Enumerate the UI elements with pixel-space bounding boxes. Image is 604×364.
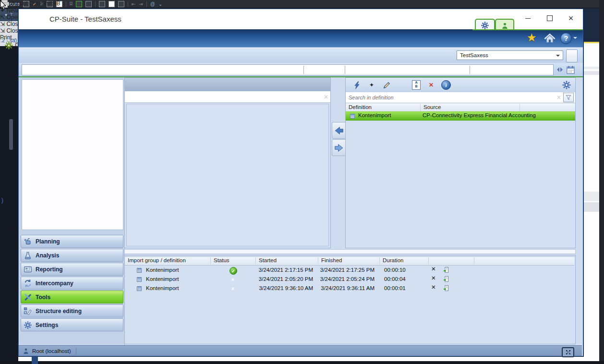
delete-run-button[interactable]: ✕ <box>431 266 436 272</box>
menu-item-log-out[interactable]: Log out Ctrl+Shift+B <box>0 0 84 7</box>
sidebar-item-tools[interactable]: Tools <box>21 291 123 303</box>
skin-settings-button[interactable] <box>4 42 15 49</box>
user-tasks-icon <box>501 22 508 29</box>
sidebar-item-planning[interactable]: Planning <box>21 235 123 248</box>
background-strip <box>582 202 599 212</box>
next-period-button[interactable] <box>560 67 565 72</box>
table-grid-icon <box>136 267 142 273</box>
overflow-icon: ⌄ <box>158 1 162 7</box>
period-selector-bar[interactable] <box>22 64 554 75</box>
copy-definition-button[interactable] <box>396 80 407 90</box>
open-log-button[interactable] <box>443 276 449 282</box>
sidebar-item-reporting[interactable]: Reporting <box>21 263 123 276</box>
log-document-icon <box>443 276 449 282</box>
workspace-selected-value: TestSaxess <box>460 52 488 58</box>
edit-definition-button[interactable] <box>381 80 392 90</box>
menu-item-label: Log out <box>8 0 27 7</box>
run-finished: 3/24/2021 9:36:11 AM <box>318 285 374 291</box>
workspace-document-button[interactable] <box>566 49 578 62</box>
column-header-started[interactable]: Started <box>255 257 277 264</box>
background-strip <box>582 71 599 75</box>
column-header-import-group[interactable]: Import group / definition <box>125 257 186 264</box>
toolbar-separator <box>128 1 128 7</box>
column-header-definition[interactable]: Definition <box>346 104 372 111</box>
help-button[interactable]: ? <box>560 33 572 44</box>
definition-search-input[interactable] <box>346 94 555 101</box>
import-groups-search-row: ✕ <box>125 91 330 103</box>
status-bar: Root (localhost) <box>19 345 582 356</box>
definition-info-button[interactable]: i <box>441 80 451 90</box>
calendar-icon[interactable] <box>566 65 575 74</box>
column-header-finished[interactable]: Finished <box>318 257 342 264</box>
execute-definition-button[interactable] <box>351 80 362 90</box>
sidebar-item-intercompany[interactable]: Intercompany <box>21 277 123 290</box>
toolbar-icon <box>99 1 105 7</box>
column-header-blank[interactable] <box>474 257 477 264</box>
connection-label: Root (localhost) <box>32 348 71 354</box>
column-header-blank[interactable] <box>519 104 576 111</box>
workspace-select[interactable]: TestSaxess <box>457 50 563 60</box>
gear-users-icon <box>481 21 489 30</box>
maximize-button[interactable] <box>541 12 558 24</box>
move-right-button[interactable] <box>332 139 346 156</box>
previous-period-button[interactable] <box>555 67 559 72</box>
delete-run-button[interactable]: ✕ <box>431 284 436 291</box>
open-log-button[interactable] <box>443 267 449 273</box>
run-row[interactable]: Kontenimport × 3/24/2021 9:36:10 AM 3/24… <box>125 284 574 293</box>
column-header-duration[interactable]: Duration <box>379 257 403 264</box>
arrow-right-icon <box>334 143 344 153</box>
sidebar-item-structure-editing[interactable]: Structure editing <box>21 304 123 317</box>
column-header-status[interactable]: Status <box>210 257 230 264</box>
open-log-button[interactable] <box>443 285 449 291</box>
background-scrollbar-thumb <box>9 119 13 150</box>
sidebar-item-analysis[interactable]: Analysis <box>21 249 123 262</box>
home-button[interactable] <box>544 33 556 44</box>
expand-icon <box>565 349 571 355</box>
close-button[interactable]: × <box>562 12 580 24</box>
expand-button[interactable] <box>562 347 574 357</box>
sidebar-item-label: Analysis <box>36 252 59 259</box>
run-started: 3/24/2021 2:05:20 PM <box>255 276 313 282</box>
chevron-down-icon <box>556 55 560 59</box>
filter-button[interactable] <box>563 93 574 102</box>
new-definition-button[interactable]: ✦ <box>366 80 377 90</box>
minimize-icon <box>525 18 531 19</box>
toolbar-icon: @ <box>150 1 155 7</box>
run-started: 3/24/2021 2:17:15 PM <box>255 267 313 273</box>
column-header-source[interactable]: Source <box>420 104 441 111</box>
clear-search-icon[interactable]: ✕ <box>322 94 330 100</box>
run-row[interactable]: Kontenimport ✓ 3/24/2021 2:17:15 PM 3/24… <box>125 266 574 275</box>
favorites-star-icon[interactable]: ★ <box>527 31 537 44</box>
module-tree-panel[interactable] <box>22 79 123 230</box>
definition-row-selected[interactable]: Kontenimport CP-Connectivity Express Fin… <box>346 111 575 121</box>
help-dropdown-caret[interactable] <box>573 37 577 41</box>
period-divider <box>345 66 345 74</box>
toolbar-icon <box>109 1 115 7</box>
definition-settings-button[interactable] <box>562 80 571 90</box>
info-icon: i <box>441 80 451 90</box>
arrow-left-icon <box>334 125 344 136</box>
clear-search-icon[interactable]: ✕ <box>555 94 563 101</box>
status-error-icon: × <box>230 276 236 283</box>
close-all-documents-icon: ⇲ <box>0 27 5 34</box>
delete-definition-button[interactable]: ✕ <box>426 80 436 90</box>
status-error-icon: × <box>230 285 236 292</box>
column-header-actions[interactable] <box>428 257 432 264</box>
log-document-icon <box>443 285 449 291</box>
sidebar-item-settings[interactable]: Settings <box>21 318 123 331</box>
import-groups-list[interactable] <box>126 104 329 246</box>
minimize-button[interactable] <box>519 12 536 24</box>
run-finished: 3/24/2021 2:05:24 PM <box>318 276 374 282</box>
status-success-icon: ✓ <box>230 267 237 275</box>
screen-right-edge <box>599 0 604 364</box>
move-left-button[interactable] <box>332 122 346 139</box>
delete-run-button[interactable]: ✕ <box>431 275 436 281</box>
sidebar-item-label: Tools <box>36 294 50 301</box>
horizontal-splitter[interactable] <box>124 249 576 254</box>
run-row[interactable]: Kontenimport × 3/24/2021 2:05:20 PM 3/24… <box>125 275 574 284</box>
watering-can-icon <box>24 237 32 246</box>
rename-definition-button[interactable]: AB <box>411 80 422 90</box>
import-groups-search-input[interactable] <box>125 92 322 102</box>
sidebar-item-label: Settings <box>36 322 58 328</box>
sidebar-item-label: Intercompany <box>36 280 73 287</box>
